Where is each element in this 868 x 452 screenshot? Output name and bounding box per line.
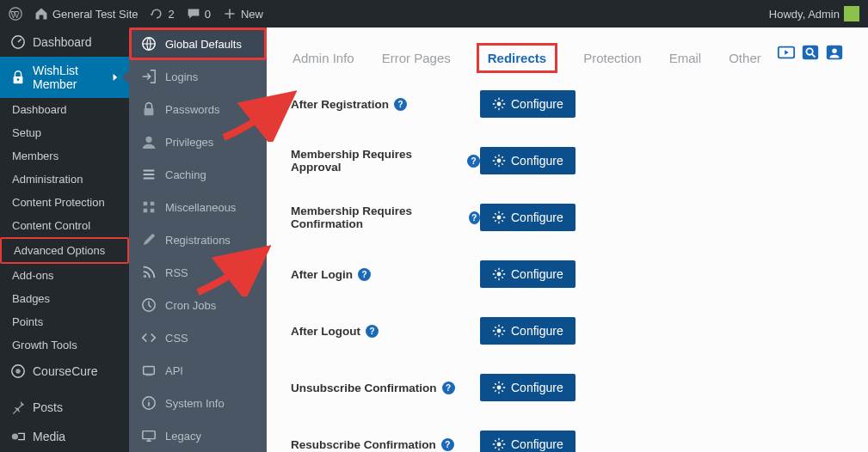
configure-button[interactable]: Configure (480, 317, 576, 345)
svg-point-29 (497, 386, 502, 390)
sub-addons[interactable]: Add-ons (0, 264, 129, 287)
help-icon[interactable]: ? (467, 155, 480, 168)
grid-icon (141, 199, 157, 215)
tab-error-pages[interactable]: Error Pages (380, 47, 452, 69)
tab-email[interactable]: Email (668, 47, 704, 69)
row-label: Unsubscribe Confirmation? (291, 382, 480, 394)
configure-label: Configure (511, 267, 563, 281)
help-icon[interactable]: ? (442, 382, 455, 394)
configure-button[interactable]: Configure (480, 90, 576, 118)
row-after-registration: After Registration? Configure (291, 90, 844, 118)
code-icon (141, 330, 157, 345)
user-icon (141, 134, 157, 150)
menu-coursecure-label: CourseCure (33, 364, 97, 378)
sm-rss-label: RSS (165, 266, 188, 279)
sm-global-defaults[interactable]: Global Defaults (129, 27, 267, 60)
menu-coursecure[interactable]: CourseCure (0, 357, 129, 386)
row-label: Membership Requires Confirmation? (291, 205, 480, 230)
gauge-icon (10, 34, 26, 50)
sm-passwords[interactable]: Passwords (129, 93, 267, 125)
sub-points[interactable]: Points (0, 310, 129, 333)
sm-legacy[interactable]: Legacy (129, 419, 267, 452)
help-icon[interactable]: ? (366, 325, 379, 338)
configure-label: Configure (511, 437, 563, 451)
search-icon[interactable] (801, 43, 820, 62)
sm-privileges-label: Privileges (165, 136, 213, 149)
sub-content-control[interactable]: Content Control (0, 214, 129, 237)
tab-admin-info[interactable]: Admin Info (291, 47, 356, 69)
site-link[interactable]: General Test Site (34, 7, 138, 21)
info-icon (141, 395, 157, 411)
svg-point-5 (15, 369, 20, 373)
svg-point-9 (145, 137, 151, 143)
tab-protection[interactable]: Protection (582, 47, 643, 69)
target-icon (10, 363, 26, 379)
site-name: General Test Site (52, 8, 138, 21)
help-icon[interactable]: ? (394, 98, 407, 111)
configure-label: Configure (511, 154, 563, 168)
sm-api[interactable]: API (129, 354, 267, 387)
tab-redirects[interactable]: Redirects (477, 43, 557, 73)
sm-logins[interactable]: Logins (129, 60, 267, 93)
gear-icon (492, 211, 506, 224)
help-icon[interactable]: ? (469, 211, 480, 224)
configure-button[interactable]: Configure (480, 374, 576, 401)
sm-css[interactable]: CSS (129, 321, 267, 354)
menu-media[interactable]: Media (0, 422, 129, 451)
row-label: After Registration? (291, 98, 480, 111)
sm-caching[interactable]: Caching (129, 158, 267, 191)
help-icon[interactable]: ? (358, 268, 371, 281)
sub-members[interactable]: Members (0, 144, 129, 168)
media-icon (10, 429, 26, 444)
comments-link[interactable]: 0 (187, 7, 211, 21)
sub-badges[interactable]: Badges (0, 287, 129, 310)
sm-cron[interactable]: Cron Jobs (129, 289, 267, 321)
sub-content-protection[interactable]: Content Protection (0, 191, 129, 214)
sub-advanced-options[interactable]: Advanced Options (0, 237, 129, 264)
wordpress-logo-link[interactable] (9, 7, 22, 21)
svg-rect-20 (803, 46, 818, 60)
sm-misc[interactable]: Miscellaneous (129, 191, 267, 223)
svg-point-25 (497, 159, 502, 163)
tab-other[interactable]: Other (727, 47, 763, 69)
row-unsubscribe: Unsubscribe Confirmation? Configure (291, 374, 844, 401)
configure-button[interactable]: Configure (480, 260, 576, 288)
sm-legacy-label: Legacy (165, 430, 201, 443)
row-requires-approval: Membership Requires Approval? Configure (291, 147, 844, 174)
help-icon[interactable]: ? (441, 438, 454, 451)
row-after-logout: After Logout? Configure (291, 317, 844, 345)
home-icon (34, 7, 48, 21)
configure-button[interactable]: Configure (480, 431, 576, 452)
svg-rect-12 (144, 209, 148, 213)
sm-sysinfo[interactable]: System Info (129, 387, 267, 419)
sm-registrations[interactable]: Registrations (129, 223, 267, 256)
profile-icon[interactable] (825, 43, 844, 62)
menu-wishlist[interactable]: WishList Member (0, 57, 129, 98)
gear-icon (492, 437, 506, 451)
configure-label: Configure (511, 211, 563, 224)
row-requires-confirmation: Membership Requires Confirmation? Config… (291, 204, 844, 231)
row-label: Membership Requires Approval? (291, 148, 480, 174)
sub-growth-tools[interactable]: Growth Tools (0, 333, 129, 357)
howdy-link[interactable]: Howdy, Admin (769, 6, 859, 21)
sub-setup[interactable]: Setup (0, 121, 129, 144)
sm-rss[interactable]: RSS (129, 256, 267, 289)
configure-button[interactable]: Configure (480, 147, 576, 174)
menu-dashboard[interactable]: Dashboard (0, 27, 129, 57)
svg-point-14 (144, 275, 147, 278)
sub-dashboard[interactable]: Dashboard (0, 98, 129, 121)
configure-button[interactable]: Configure (480, 204, 576, 231)
lock-icon (10, 70, 26, 85)
row-label: After Login? (291, 268, 480, 281)
gear-icon (492, 267, 506, 281)
updates-link[interactable]: 2 (150, 7, 174, 21)
new-link[interactable]: New (223, 7, 263, 21)
svg-rect-10 (144, 202, 148, 206)
sub-administration[interactable]: Administration (0, 168, 129, 191)
gear-icon (492, 154, 506, 168)
row-label: Resubscribe Confirmation? (291, 438, 480, 451)
menu-posts[interactable]: Posts (0, 393, 129, 422)
video-icon[interactable] (777, 43, 796, 62)
sm-privileges[interactable]: Privileges (129, 125, 267, 158)
gear-icon (492, 324, 506, 338)
